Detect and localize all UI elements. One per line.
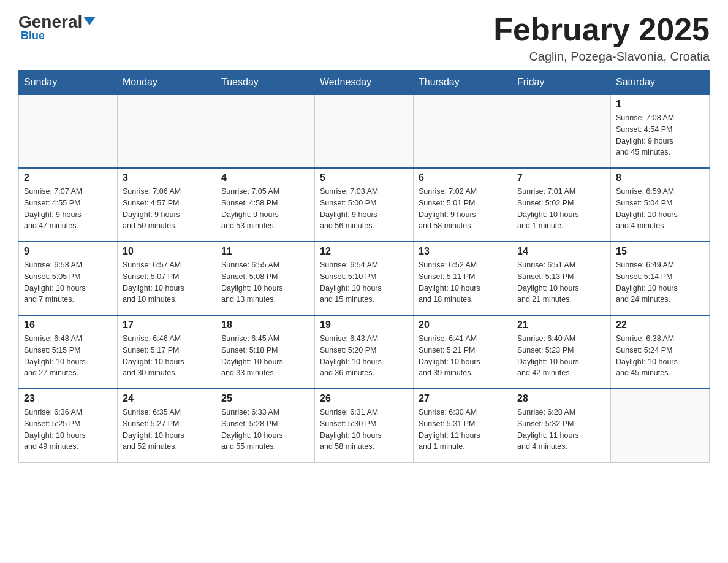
day-info: Sunrise: 6:45 AMSunset: 5:18 PMDaylight:… — [221, 333, 309, 379]
day-number: 25 — [221, 393, 309, 404]
table-row: 18Sunrise: 6:45 AMSunset: 5:18 PMDayligh… — [216, 315, 315, 389]
table-row: 9Sunrise: 6:58 AMSunset: 5:05 PMDaylight… — [19, 242, 118, 315]
table-row: 20Sunrise: 6:41 AMSunset: 5:21 PMDayligh… — [414, 315, 512, 389]
day-info: Sunrise: 6:46 AMSunset: 5:17 PMDaylight:… — [123, 333, 211, 379]
day-number: 7 — [517, 172, 605, 183]
col-saturday: Saturday — [611, 71, 710, 95]
table-row: 19Sunrise: 6:43 AMSunset: 5:20 PMDayligh… — [315, 315, 414, 389]
day-number: 26 — [320, 393, 408, 404]
calendar-week-row: 9Sunrise: 6:58 AMSunset: 5:05 PMDaylight… — [19, 242, 710, 315]
day-number: 1 — [616, 99, 704, 110]
day-number: 13 — [419, 246, 507, 257]
table-row — [216, 94, 315, 168]
calendar-week-row: 16Sunrise: 6:48 AMSunset: 5:15 PMDayligh… — [19, 315, 710, 389]
table-row: 23Sunrise: 6:36 AMSunset: 5:25 PMDayligh… — [19, 389, 118, 462]
day-info: Sunrise: 6:38 AMSunset: 5:24 PMDaylight:… — [616, 333, 704, 379]
day-info: Sunrise: 6:43 AMSunset: 5:20 PMDaylight:… — [320, 333, 408, 379]
logo: General Blue — [18, 12, 96, 42]
day-number: 28 — [517, 393, 605, 404]
day-info: Sunrise: 7:06 AMSunset: 4:57 PMDaylight:… — [123, 186, 211, 232]
day-number: 9 — [24, 246, 112, 257]
table-row: 7Sunrise: 7:01 AMSunset: 5:02 PMDaylight… — [512, 168, 611, 242]
month-title: February 2025 — [493, 12, 710, 47]
table-row — [19, 94, 118, 168]
calendar-header-row: Sunday Monday Tuesday Wednesday Thursday… — [19, 71, 710, 95]
day-info: Sunrise: 6:36 AMSunset: 5:25 PMDaylight:… — [24, 407, 112, 453]
table-row: 27Sunrise: 6:30 AMSunset: 5:31 PMDayligh… — [414, 389, 512, 462]
logo-triangle-icon — [83, 17, 96, 25]
day-info: Sunrise: 7:03 AMSunset: 5:00 PMDaylight:… — [320, 186, 408, 232]
table-row: 14Sunrise: 6:51 AMSunset: 5:13 PMDayligh… — [512, 242, 611, 315]
table-row: 1Sunrise: 7:08 AMSunset: 4:54 PMDaylight… — [611, 94, 710, 168]
day-number: 22 — [616, 320, 704, 331]
day-number: 20 — [419, 320, 507, 331]
logo-blue-text: Blue — [21, 29, 45, 42]
day-number: 11 — [221, 246, 309, 257]
table-row — [118, 94, 216, 168]
table-row — [414, 94, 512, 168]
table-row: 15Sunrise: 6:49 AMSunset: 5:14 PMDayligh… — [611, 242, 710, 315]
day-info: Sunrise: 7:01 AMSunset: 5:02 PMDaylight:… — [517, 186, 605, 232]
day-info: Sunrise: 6:52 AMSunset: 5:11 PMDaylight:… — [419, 259, 507, 305]
day-info: Sunrise: 6:35 AMSunset: 5:27 PMDaylight:… — [123, 407, 211, 453]
table-row — [512, 94, 611, 168]
table-row: 28Sunrise: 6:28 AMSunset: 5:32 PMDayligh… — [512, 389, 611, 462]
day-info: Sunrise: 6:28 AMSunset: 5:32 PMDaylight:… — [517, 407, 605, 453]
day-number: 17 — [123, 320, 211, 331]
table-row: 12Sunrise: 6:54 AMSunset: 5:10 PMDayligh… — [315, 242, 414, 315]
calendar-table: Sunday Monday Tuesday Wednesday Thursday… — [18, 70, 710, 463]
day-number: 21 — [517, 320, 605, 331]
table-row: 5Sunrise: 7:03 AMSunset: 5:00 PMDaylight… — [315, 168, 414, 242]
day-info: Sunrise: 6:55 AMSunset: 5:08 PMDaylight:… — [221, 259, 309, 305]
location-title: Caglin, Pozega-Slavonia, Croatia — [493, 50, 710, 64]
calendar-week-row: 1Sunrise: 7:08 AMSunset: 4:54 PMDaylight… — [19, 94, 710, 168]
day-info: Sunrise: 6:51 AMSunset: 5:13 PMDaylight:… — [517, 259, 605, 305]
day-info: Sunrise: 6:33 AMSunset: 5:28 PMDaylight:… — [221, 407, 309, 453]
calendar-week-row: 23Sunrise: 6:36 AMSunset: 5:25 PMDayligh… — [19, 389, 710, 462]
calendar-week-row: 2Sunrise: 7:07 AMSunset: 4:55 PMDaylight… — [19, 168, 710, 242]
table-row: 6Sunrise: 7:02 AMSunset: 5:01 PMDaylight… — [414, 168, 512, 242]
table-row: 8Sunrise: 6:59 AMSunset: 5:04 PMDaylight… — [611, 168, 710, 242]
day-number: 2 — [24, 172, 112, 183]
day-info: Sunrise: 6:59 AMSunset: 5:04 PMDaylight:… — [616, 186, 704, 232]
day-number: 18 — [221, 320, 309, 331]
day-info: Sunrise: 6:49 AMSunset: 5:14 PMDaylight:… — [616, 259, 704, 305]
day-number: 15 — [616, 246, 704, 257]
col-sunday: Sunday — [19, 71, 118, 95]
day-number: 8 — [616, 172, 704, 183]
col-wednesday: Wednesday — [315, 71, 414, 95]
table-row: 21Sunrise: 6:40 AMSunset: 5:23 PMDayligh… — [512, 315, 611, 389]
day-info: Sunrise: 6:48 AMSunset: 5:15 PMDaylight:… — [24, 333, 112, 379]
day-number: 23 — [24, 393, 112, 404]
col-tuesday: Tuesday — [216, 71, 315, 95]
col-monday: Monday — [118, 71, 216, 95]
day-info: Sunrise: 7:07 AMSunset: 4:55 PMDaylight:… — [24, 186, 112, 232]
day-number: 19 — [320, 320, 408, 331]
table-row: 13Sunrise: 6:52 AMSunset: 5:11 PMDayligh… — [414, 242, 512, 315]
title-area: February 2025 Caglin, Pozega-Slavonia, C… — [493, 12, 710, 64]
table-row: 4Sunrise: 7:05 AMSunset: 4:58 PMDaylight… — [216, 168, 315, 242]
table-row: 17Sunrise: 6:46 AMSunset: 5:17 PMDayligh… — [118, 315, 216, 389]
day-info: Sunrise: 6:54 AMSunset: 5:10 PMDaylight:… — [320, 259, 408, 305]
table-row: 16Sunrise: 6:48 AMSunset: 5:15 PMDayligh… — [19, 315, 118, 389]
table-row: 24Sunrise: 6:35 AMSunset: 5:27 PMDayligh… — [118, 389, 216, 462]
day-number: 10 — [123, 246, 211, 257]
day-number: 3 — [123, 172, 211, 183]
col-friday: Friday — [512, 71, 611, 95]
table-row: 25Sunrise: 6:33 AMSunset: 5:28 PMDayligh… — [216, 389, 315, 462]
day-number: 14 — [517, 246, 605, 257]
day-info: Sunrise: 6:58 AMSunset: 5:05 PMDaylight:… — [24, 259, 112, 305]
day-info: Sunrise: 7:02 AMSunset: 5:01 PMDaylight:… — [419, 186, 507, 232]
day-number: 4 — [221, 172, 309, 183]
table-row: 2Sunrise: 7:07 AMSunset: 4:55 PMDaylight… — [19, 168, 118, 242]
col-thursday: Thursday — [414, 71, 512, 95]
day-info: Sunrise: 6:41 AMSunset: 5:21 PMDaylight:… — [419, 333, 507, 379]
day-number: 12 — [320, 246, 408, 257]
table-row: 10Sunrise: 6:57 AMSunset: 5:07 PMDayligh… — [118, 242, 216, 315]
day-info: Sunrise: 6:57 AMSunset: 5:07 PMDaylight:… — [123, 259, 211, 305]
day-number: 16 — [24, 320, 112, 331]
table-row — [315, 94, 414, 168]
day-number: 6 — [419, 172, 507, 183]
table-row: 3Sunrise: 7:06 AMSunset: 4:57 PMDaylight… — [118, 168, 216, 242]
day-info: Sunrise: 7:05 AMSunset: 4:58 PMDaylight:… — [221, 186, 309, 232]
